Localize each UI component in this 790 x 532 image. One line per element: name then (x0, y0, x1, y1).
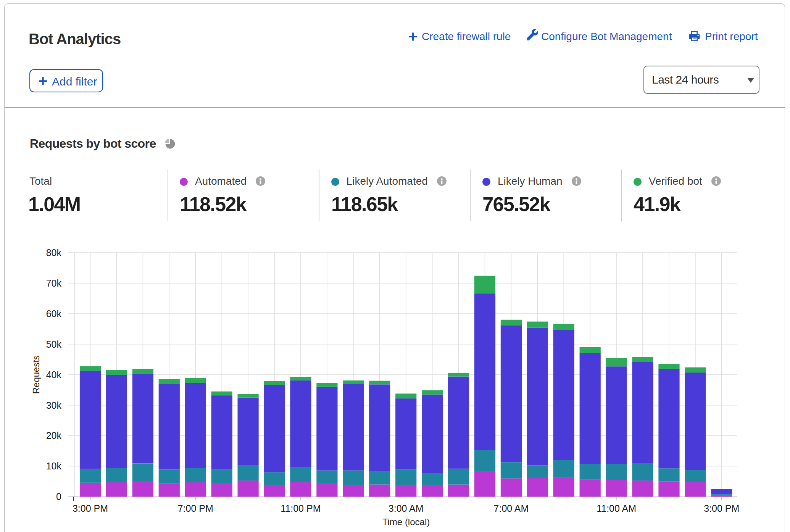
svg-text:20k: 20k (46, 430, 62, 441)
svg-text:7:00 PM: 7:00 PM (178, 503, 213, 514)
svg-text:3:00 PM: 3:00 PM (704, 503, 739, 514)
svg-text:7:00 AM: 7:00 AM (494, 503, 529, 514)
svg-text:11:00 AM: 11:00 AM (597, 503, 636, 514)
svg-text:80k: 80k (46, 247, 62, 258)
svg-text:Requests: Requests (31, 355, 41, 394)
svg-text:11:00 PM: 11:00 PM (281, 503, 321, 514)
svg-text:10k: 10k (46, 461, 62, 471)
svg-text:50k: 50k (46, 339, 62, 350)
svg-text:0: 0 (56, 491, 61, 502)
svg-text:70k: 70k (46, 278, 62, 289)
svg-text:Time (local): Time (local) (382, 517, 430, 527)
svg-text:30k: 30k (46, 400, 62, 411)
svg-text:3:00 PM: 3:00 PM (73, 503, 108, 514)
svg-text:60k: 60k (46, 308, 62, 319)
svg-text:40k: 40k (46, 369, 62, 380)
svg-text:3:00 AM: 3:00 AM (389, 503, 424, 514)
